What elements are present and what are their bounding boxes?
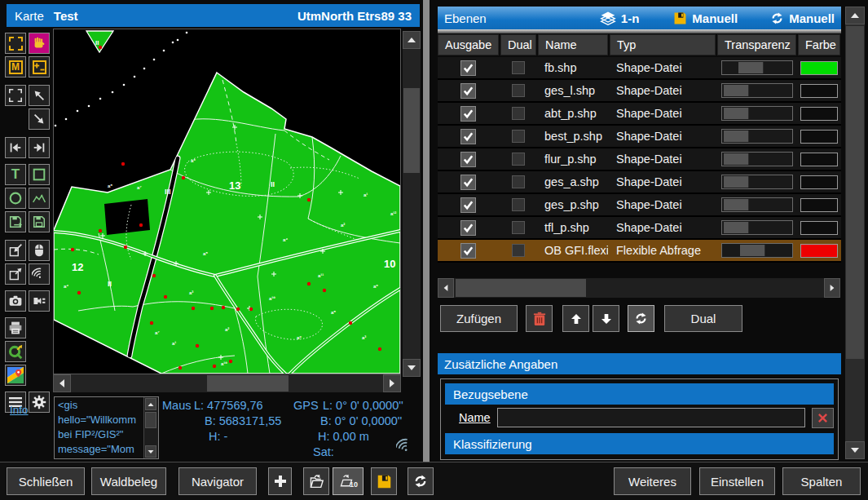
layer-transparency-slider[interactable] xyxy=(721,175,793,189)
layer-row[interactable]: ges_l.shp Shape-Datei xyxy=(438,80,841,103)
pan-hand-button[interactable] xyxy=(29,33,50,54)
scroll-up-button[interactable] xyxy=(145,398,156,410)
slider-handle[interactable] xyxy=(724,131,749,142)
layer-dual-checkbox[interactable] xyxy=(512,175,525,188)
einstellen-button[interactable]: Einstellen xyxy=(699,467,775,495)
settings-button[interactable] xyxy=(29,392,50,413)
layer-dual-checkbox[interactable] xyxy=(512,130,525,143)
scroll-up-button[interactable] xyxy=(845,7,865,24)
zoom-in-arrow-button[interactable] xyxy=(29,85,50,106)
layer-color-swatch[interactable] xyxy=(800,244,838,258)
layer-visible-checkbox[interactable] xyxy=(460,243,476,259)
panel-scroll-thumb[interactable] xyxy=(846,26,864,359)
measure-button[interactable]: M xyxy=(5,56,26,77)
gis-box-scrollbar[interactable] xyxy=(143,397,158,458)
column-header-name[interactable]: Name xyxy=(538,34,608,55)
layer-transparency-slider[interactable] xyxy=(721,197,793,212)
layer-dual-checkbox[interactable] xyxy=(512,244,525,257)
map-canvas[interactable]: 131210IIIIIIIII a⁶a⁸a⁷a⁵a³a⁴a⁴a⁷a¹a²a¹⁰a… xyxy=(53,29,401,374)
layer-row[interactable]: flur_p.shp Shape-Datei xyxy=(438,148,841,171)
print-button[interactable] xyxy=(5,317,26,338)
slider-handle[interactable] xyxy=(740,245,765,256)
gps-signal-button[interactable] xyxy=(29,263,50,285)
layer-transparency-slider[interactable] xyxy=(721,129,793,144)
horizontal-scroll-thumb[interactable] xyxy=(207,375,289,392)
layer-color-swatch[interactable] xyxy=(800,198,838,212)
layer-row[interactable]: abt_p.shp Shape-Datei xyxy=(438,103,841,126)
scroll-down-button[interactable] xyxy=(403,359,421,377)
export-geometry-button[interactable] xyxy=(5,263,26,285)
column-header-transparenz[interactable]: Transparenz xyxy=(717,34,796,55)
dual-button[interactable]: Dual xyxy=(664,305,742,332)
scroll-left-button[interactable] xyxy=(53,374,71,392)
slider-handle[interactable] xyxy=(724,108,749,119)
layer-color-swatch[interactable] xyxy=(800,175,838,189)
layer-transparency-slider[interactable] xyxy=(721,243,793,258)
spalten-button[interactable]: Spalten xyxy=(782,467,861,495)
layer-row[interactable]: best_p.shp Shape-Datei xyxy=(438,126,841,148)
layer-transparency-slider[interactable] xyxy=(721,106,793,121)
close-button[interactable]: Schließen xyxy=(7,467,85,495)
slider-handle[interactable] xyxy=(724,85,749,96)
layer-row[interactable]: fb.shp Shape-Datei xyxy=(438,57,841,80)
layer-row[interactable]: tfl_p.shp Shape-Datei xyxy=(438,217,841,240)
slider-handle[interactable] xyxy=(724,176,749,188)
layer-row[interactable]: ges_a.shp Shape-Datei xyxy=(438,171,841,194)
additional-info-header[interactable]: Zusätzliche Angaben xyxy=(438,353,841,374)
slider-handle[interactable] xyxy=(738,62,764,73)
layer-color-swatch[interactable] xyxy=(800,221,838,235)
layer-visible-checkbox[interactable] xyxy=(460,197,476,213)
gis-scroll-thumb[interactable] xyxy=(145,412,156,428)
column-header-farbe[interactable]: Farbe xyxy=(798,34,840,55)
layer-visible-checkbox[interactable] xyxy=(460,129,476,144)
layers-panel-header[interactable]: Ebenen 1-n Manuell Manuell xyxy=(438,7,841,29)
weiteres-button[interactable]: Weiteres xyxy=(614,467,691,495)
column-header-typ[interactable]: Typ xyxy=(610,34,716,55)
column-header-ausgabe[interactable]: Ausgabe xyxy=(438,34,499,55)
bezugsebene-name-input[interactable] xyxy=(497,408,805,427)
zoom-plus-minus-button[interactable] xyxy=(29,56,50,77)
layer-color-swatch[interactable] xyxy=(800,84,838,98)
layer-visible-checkbox[interactable] xyxy=(460,152,476,167)
layer-visible-checkbox[interactable] xyxy=(460,220,476,236)
layer-visible-checkbox[interactable] xyxy=(460,175,476,190)
bezugsebene-header[interactable]: Bezugsebene xyxy=(445,383,834,405)
draw-circle-button[interactable] xyxy=(5,188,26,209)
move-layer-up-button[interactable] xyxy=(562,305,589,332)
draw-rect-button[interactable] xyxy=(29,164,50,185)
layer-color-swatch[interactable] xyxy=(800,130,838,144)
mouse-settings-button[interactable] xyxy=(29,240,50,261)
save-as-button[interactable] xyxy=(5,211,26,232)
screenshot-button[interactable] xyxy=(5,290,26,312)
move-layer-down-button[interactable] xyxy=(593,305,619,332)
layer-dual-checkbox[interactable] xyxy=(512,61,525,74)
full-extent-button[interactable] xyxy=(5,85,26,106)
vertical-scroll-thumb[interactable] xyxy=(403,88,420,173)
layers-scroll-thumb[interactable] xyxy=(456,279,586,297)
save-button[interactable] xyxy=(29,211,50,232)
save-mode-indicator[interactable]: Manuell xyxy=(673,11,738,25)
google-maps-button[interactable] xyxy=(5,365,26,386)
save-project-button[interactable] xyxy=(371,467,397,495)
info-link[interactable]: Info xyxy=(10,404,29,416)
panel-vertical-scrollbar[interactable] xyxy=(845,7,865,459)
connect-button[interactable] xyxy=(29,290,50,312)
navigator-button[interactable]: Navigator xyxy=(178,467,257,495)
reload-button[interactable] xyxy=(408,467,434,495)
delete-layer-button[interactable] xyxy=(526,305,553,332)
scroll-right-button[interactable] xyxy=(383,374,401,392)
scroll-down-button[interactable] xyxy=(845,441,865,459)
slider-handle[interactable] xyxy=(724,222,749,233)
scroll-right-button[interactable] xyxy=(824,278,840,298)
terrain-profile-button[interactable] xyxy=(29,188,50,209)
refresh-mode-indicator[interactable]: Manuell xyxy=(770,11,835,25)
layer-row[interactable]: ges_p.shp Shape-Datei xyxy=(438,194,841,217)
zoom-out-arrow-button[interactable] xyxy=(29,108,50,130)
layer-dual-checkbox[interactable] xyxy=(512,198,525,211)
map-vertical-scrollbar[interactable] xyxy=(403,31,421,377)
open-recent-10-button[interactable]: 10 xyxy=(333,467,364,495)
layer-transparency-slider[interactable] xyxy=(721,60,793,75)
qgis-button[interactable] xyxy=(5,341,26,362)
map-window-titlebar[interactable]: KarteTest UtmNorth Etrs89 33 xyxy=(7,4,420,27)
layer-mode-indicator[interactable]: 1-n xyxy=(600,11,640,25)
